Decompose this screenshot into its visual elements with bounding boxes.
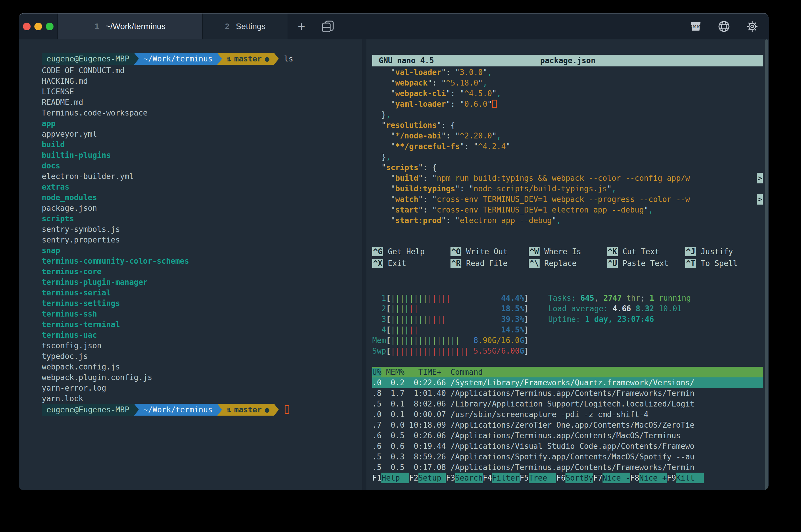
process-table: U% MEM% TIME+ Command .0 0.2 0:22.66 /Sy… [372, 367, 763, 484]
list-item: README.md [42, 97, 362, 108]
list-item: terminus-community-color-schemes [42, 256, 362, 266]
nano-shortcut[interactable]: ^J Justify [685, 246, 763, 257]
powerline-separator-icon [217, 53, 222, 65]
git-branch-name: master [234, 54, 262, 64]
tab-title: Settings [236, 22, 265, 31]
fkey-f6[interactable]: F6SortBy [556, 473, 593, 483]
tab-work-terminus[interactable]: 1 ~/Work/terminus [57, 14, 203, 39]
text-line: "webpack": "^5.18.0", [372, 78, 769, 88]
prompt-git-segment: ⇅master● [222, 53, 274, 65]
text-line: "watch": "cross-env TERMINUS_DEV=1 webpa… [372, 194, 769, 205]
process-row[interactable]: .8 1.7 1:01.40 /Applications/Terminus.ap… [372, 388, 763, 399]
tab-settings[interactable]: 2 Settings [203, 14, 288, 39]
tab-index: 1 [95, 22, 99, 31]
zoom-button[interactable] [46, 23, 54, 30]
process-row[interactable]: .7 0.0 10:18.09 /Applications/ZeroTier O… [372, 420, 763, 430]
serial-port-button[interactable]: 10101 [689, 20, 702, 33]
process-rows: .0 0.2 0:22.66 /System/Library/Framework… [372, 377, 763, 473]
nano-shortcut[interactable]: ^X Exit [372, 258, 450, 269]
fkey-f3[interactable]: F3Search [446, 473, 483, 483]
list-item: sentry-symbols.js [42, 224, 362, 234]
process-row[interactable]: .5 0.1 8:02.06 /Library/Application Supp… [372, 399, 763, 409]
list-item: snap [42, 245, 362, 256]
split-layout-button[interactable] [315, 14, 341, 39]
nano-shortcut[interactable]: ^R Read File [450, 258, 529, 269]
text-line: "start": "cross-env TERMINUS_DEV=1 elect… [372, 205, 769, 215]
fkey-f9[interactable]: F9Kill [667, 473, 704, 483]
list-item: terminus-core [42, 266, 362, 277]
nano-shortcut[interactable]: ^O Write Out [450, 246, 529, 257]
text-line: "webpack-cli": "^4.5.0", [372, 88, 769, 99]
nano-shortcut[interactable]: ^\ Replace [529, 258, 607, 269]
htop-header-area: 1[|||||||||||||44.4%]2[||||||18.5%]3[|||… [372, 293, 769, 356]
nano-htop-pane[interactable]: GNU nano 4.5 package.json "val-loader": … [367, 39, 769, 490]
process-row[interactable]: .0 0.2 0:22.66 /System/Library/Framework… [372, 377, 763, 388]
nano-shortcut[interactable]: ^W Where Is [529, 246, 607, 257]
nano-shortcut[interactable]: ^G Get Help [372, 246, 450, 257]
powerline-separator-icon [134, 404, 139, 416]
text-line: "*/node-abi": "^2.20.0", [372, 131, 769, 141]
process-row[interactable]: .5 0.5 0:17.08 /Applications/Terminus.ap… [372, 462, 763, 473]
settings-gear-icon [746, 20, 759, 33]
terminal-cursor [285, 405, 290, 414]
text-line: "build:typings": "node scripts/build-typ… [372, 184, 769, 194]
process-row[interactable]: .5 0.3 8:59.26 /Applications/Spotify.app… [372, 452, 763, 462]
ls-output: CODE_OF_CONDUCT.mdHACKING.mdLICENSEREADM… [42, 65, 362, 404]
fkey-f1[interactable]: F1Help [372, 473, 409, 483]
shell-prompt: eugene@Eugenes-MBP ~/Work/terminus ⇅mast… [42, 404, 362, 416]
fkey-f4[interactable]: F4Filter [483, 473, 520, 483]
close-button[interactable] [23, 23, 31, 30]
text-line: "scripts": { [372, 162, 769, 173]
list-item: terminus-uac [42, 330, 362, 340]
meter-row: 3[||||||||||||39.3%] [372, 314, 529, 324]
nano-shortcut[interactable]: ^T To Spell [685, 258, 763, 269]
settings-button[interactable] [746, 20, 759, 33]
fkey-f8[interactable]: F8Nice + [630, 473, 667, 483]
fkey-f5[interactable]: F5Tree [520, 473, 556, 483]
powerline-separator-icon [217, 404, 222, 416]
shell-pane[interactable]: eugene@Eugenes-MBP ~/Work/terminus ⇅mast… [19, 39, 367, 490]
process-row[interactable]: .0 0.1 0:00.07 /usr/sbin/screencapture -… [372, 409, 763, 420]
text-line: "start:prod": "electron app --debug", [372, 215, 769, 226]
powerline-separator-icon [274, 404, 279, 416]
nano-shortcut[interactable]: ^K Cut Text [607, 246, 685, 257]
process-row[interactable]: .6 0.5 0:26.06 /Applications/Terminus.ap… [372, 430, 763, 441]
powerline-separator-icon [134, 53, 139, 65]
nano-title-bar: GNU nano 4.5 package.json [372, 55, 763, 66]
process-table-header[interactable]: U% MEM% TIME+ Command [372, 367, 763, 377]
list-item: LICENSE [42, 87, 362, 97]
nano-shortcut-row: ^X Exit^R Read File^\ Replace^U Paste Te… [372, 258, 763, 270]
list-item: terminus-ssh [42, 309, 362, 319]
nano-shortcut-bar: ^G Get Help^O Write Out^W Where Is^K Cut… [372, 246, 763, 270]
prompt-user-segment: eugene@Eugenes-MBP [42, 404, 134, 416]
list-item: webpack.config.js [42, 362, 362, 372]
prompt-git-segment: ⇅master● [222, 404, 274, 416]
meter-row: Swp[|||||||||||||||||5.55G/6.00G] [372, 346, 529, 356]
prompt-user-segment: eugene@Eugenes-MBP [42, 53, 134, 65]
new-tab-button[interactable]: + [288, 14, 315, 39]
list-item: extras [42, 182, 362, 192]
scrollbar[interactable] [765, 39, 768, 490]
nano-shortcut[interactable]: ^U Paste Text [607, 258, 685, 269]
git-branch-name: master [234, 404, 262, 415]
list-item: terminus-terminal [42, 319, 362, 330]
fkey-f7[interactable]: F7Nice - [593, 473, 630, 483]
minimize-button[interactable] [34, 23, 42, 30]
list-item: terminus-serial [42, 287, 362, 298]
fkey-f2[interactable]: F2Setup [409, 473, 446, 483]
list-item: build [42, 139, 362, 150]
list-item: appveyor.yml [42, 129, 362, 139]
text-line: }, [372, 109, 769, 120]
titlebar-actions: 10101 [689, 14, 759, 39]
shell-prompt: eugene@Eugenes-MBP ~/Work/terminus ⇅mast… [42, 53, 362, 65]
process-row[interactable]: .6 0.6 0:19.44 /Applications/Visual Stud… [372, 441, 763, 452]
list-item: Terminus.code-workspace [42, 108, 362, 118]
list-item: builtin-plugins [42, 150, 362, 160]
text-line: "build": "npm run build:typings && webpa… [372, 173, 769, 184]
htop-stats: Tasks: 645, 2747 thr; 1 runningLoad aver… [548, 293, 691, 356]
text-line: Uptime: 1 day, 23:07:46 [548, 314, 691, 324]
text-line: Tasks: 645, 2747 thr; 1 running [548, 293, 691, 303]
nano-editor-text[interactable]: "val-loader": "3.0.0", "webpack": "^5.18… [372, 67, 769, 226]
globe-button[interactable] [718, 20, 730, 33]
svg-text:10101: 10101 [691, 25, 701, 29]
